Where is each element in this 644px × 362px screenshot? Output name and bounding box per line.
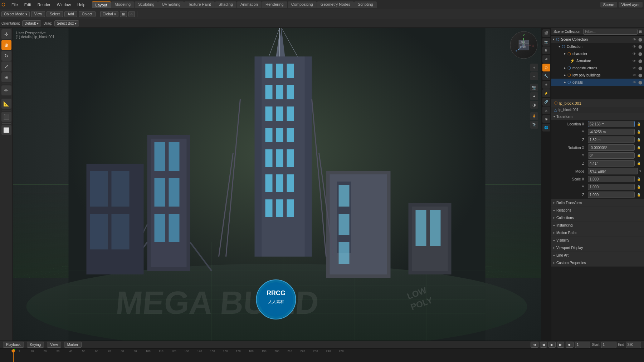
render-prop-btn[interactable]: 📷 [542, 38, 550, 46]
orientation-selector[interactable]: Global ▾ [100, 11, 118, 17]
viewport-display-header[interactable]: ▸ Viewport Display [551, 244, 644, 251]
object-name-value[interactable]: lp_block.001 [559, 101, 641, 105]
measure-tool[interactable]: 📐 [1, 99, 11, 109]
location-z-lock[interactable]: 🔒 [636, 137, 641, 142]
menu-render[interactable]: Render [35, 2, 53, 8]
transform-header[interactable]: ▾ Transform [551, 113, 644, 120]
mega-eye[interactable]: 👁 [632, 65, 637, 70]
select-menu[interactable]: Select [47, 11, 63, 17]
scene-prop-btn[interactable]: 🎬 [542, 29, 550, 37]
snap-toggle[interactable]: ⊞ [120, 11, 127, 17]
rotation-y-lock[interactable]: 🔒 [636, 153, 641, 158]
details-render[interactable]: ⬤ [638, 80, 643, 85]
delta-transform-header[interactable]: ▸ Delta Transform [551, 199, 644, 206]
rotation-y-value[interactable]: 0° [588, 152, 635, 159]
tab-scripting[interactable]: Scripting [354, 1, 377, 8]
mega-render[interactable]: ⬤ [638, 65, 643, 70]
rendered-view-btn[interactable]: ● [530, 92, 538, 100]
scale-x-lock[interactable]: 🔒 [636, 177, 641, 182]
viewport-shading-btn[interactable]: ◑ [530, 101, 538, 109]
rotation-x-value[interactable]: -0.000003° [588, 144, 635, 151]
jump-end-btn[interactable]: ⏭ [566, 342, 574, 348]
view-menu-timeline[interactable]: View [47, 342, 61, 348]
outliner-character[interactable]: ▸ ⬡ character 👁 ⬤ [551, 50, 644, 57]
jump-start-btn[interactable]: ⏮ [531, 342, 538, 348]
details-eye[interactable]: 👁 [632, 80, 637, 85]
location-y-lock[interactable]: 🔒 [636, 129, 641, 134]
location-y-value[interactable]: -4.3258 m [588, 129, 635, 135]
outliner-collection[interactable]: ▾ ⬡ Collection 👁 ⬤ [551, 43, 644, 50]
instancing-header[interactable]: ▸ Instancing [551, 222, 644, 229]
armature-eye[interactable]: 👁 [632, 58, 637, 63]
rotation-x-lock[interactable]: 🔒 [636, 145, 641, 150]
tab-sculpting[interactable]: Sculpting [135, 1, 158, 8]
scale-y-lock[interactable]: 🔒 [636, 184, 641, 189]
rotation-z-value[interactable]: 4.41° [588, 160, 635, 167]
menu-help[interactable]: Help [74, 2, 88, 8]
proportional-toggle[interactable]: ○ [128, 11, 135, 17]
bounding-box-tool[interactable]: ⬜ [1, 125, 11, 135]
marker-menu[interactable]: Marker [64, 342, 82, 348]
outliner-armature[interactable]: ⚡ Armature 👁 ⬤ [551, 57, 644, 64]
tab-modeling[interactable]: Modeling [111, 1, 135, 8]
scene-collection-render[interactable]: ⬤ [638, 37, 643, 42]
current-frame-input[interactable]: 1 [575, 342, 590, 348]
visibility-header[interactable]: ▸ Visibility [551, 237, 644, 244]
location-x-value[interactable]: 52.168 m [588, 121, 635, 127]
collections-header[interactable]: ▸ Collections [551, 214, 644, 221]
scale-z-lock[interactable]: 🔒 [636, 192, 641, 197]
next-frame-btn[interactable]: ▶ [557, 342, 564, 348]
tab-texture-paint[interactable]: Texture Paint [184, 1, 214, 8]
data-prop-btn[interactable]: △ [542, 106, 550, 114]
zoom-in-btn[interactable]: + [530, 64, 538, 71]
tab-rendering[interactable]: Rendering [262, 1, 287, 8]
tab-shading[interactable]: Shading [215, 1, 236, 8]
outliner-filter-icon[interactable]: ⊞ [639, 30, 642, 34]
line-art-header[interactable]: ▸ Line Art [551, 252, 644, 259]
constraint-prop-btn[interactable]: 🔗 [542, 98, 550, 106]
scene-selector[interactable]: Scene [600, 2, 617, 8]
playback-menu[interactable]: Playback [3, 342, 24, 348]
outliner-megastructures[interactable]: ▸ ⬡ megastructures 👁 ⬤ [551, 64, 644, 71]
viewport-3d[interactable]: MEGA BUILD RRCG 人人素材 LOW POLY User Persp… [13, 28, 541, 341]
object-prop-btn[interactable]: ⬡ [542, 64, 550, 71]
camera-view-btn[interactable]: 📷 [530, 84, 538, 91]
timeline-body[interactable]: 1 10 20 30 40 50 60 70 80 90 100 110 120… [0, 349, 644, 362]
character-render[interactable]: ⬤ [638, 51, 643, 56]
tab-layout[interactable]: Layout [92, 1, 111, 8]
transform-orientation[interactable]: Default ▾ [22, 20, 42, 26]
tab-uv-editing[interactable]: UV Editing [158, 1, 184, 8]
physics-prop-btn[interactable]: ⚡ [542, 89, 550, 97]
menu-window[interactable]: Window [54, 2, 74, 8]
rotation-z-lock[interactable]: 🔒 [636, 161, 641, 166]
cursor-tool[interactable]: ✛ [1, 29, 11, 39]
relations-header[interactable]: ▸ Relations [551, 207, 644, 214]
motion-paths-header[interactable]: ▸ Motion Paths [551, 229, 644, 236]
start-frame-input[interactable]: 1 [601, 342, 616, 348]
tab-animation[interactable]: Animation [237, 1, 262, 8]
location-z-value[interactable]: 1.82 m [588, 137, 635, 143]
material-prop-btn[interactable]: ◉ [542, 115, 550, 123]
view-menu[interactable]: View [31, 11, 45, 17]
scale-y-value[interactable]: 1.000 [588, 184, 635, 190]
outliner-low-poly[interactable]: ▸ ⬡ low poly buildings 👁 ⬤ [551, 71, 644, 79]
rotation-mode-value[interactable]: XYZ Euler [588, 168, 638, 174]
scale-x-value[interactable]: 1.000 [588, 176, 635, 182]
lowpoly-eye[interactable]: 👁 [632, 73, 637, 78]
play-btn[interactable]: ▶ [548, 342, 556, 348]
view-layer-prop-btn[interactable]: 🗂 [542, 55, 550, 63]
armature-render[interactable]: ⬤ [638, 58, 643, 63]
modifier-prop-btn[interactable]: 🔧 [542, 72, 550, 80]
rotate-tool[interactable]: ↻ [1, 51, 11, 61]
transform-tool[interactable]: ⊞ [1, 72, 11, 82]
custom-props-header[interactable]: ▸ Custom Properties [551, 259, 644, 266]
zoom-out-btn[interactable]: − [530, 72, 538, 80]
character-eye[interactable]: 👁 [632, 51, 637, 56]
menu-file[interactable]: File [9, 2, 21, 8]
drag-selector[interactable]: Select Box ▾ [54, 20, 79, 26]
location-x-lock[interactable]: 🔒 [636, 122, 641, 127]
collection-eye[interactable]: 👁 [632, 44, 637, 49]
lowpoly-render[interactable]: ⬤ [638, 73, 643, 78]
tab-geometry-nodes[interactable]: Geometry Nodes [317, 1, 354, 8]
outliner-details[interactable]: ▸ ⬡ details 👁 ⬤ [551, 79, 644, 86]
